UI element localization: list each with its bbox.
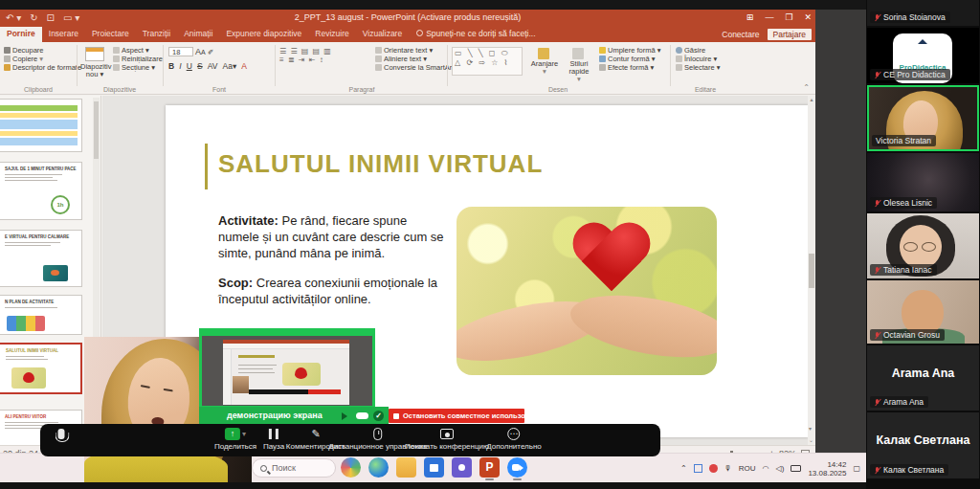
slide-thumbnail-1[interactable] (0, 99, 82, 152)
participant-tile-kalak[interactable]: Калак Светлана Калак Светлана (867, 412, 979, 478)
shrink-font-icon[interactable]: A (201, 49, 206, 56)
timer-icon: 1h (51, 195, 70, 214)
participant-tile-olesea[interactable]: Olesea Lisnic (867, 153, 979, 211)
slide-body-text[interactable]: Activitate: Pe rând, fiecare spune numel… (218, 212, 450, 321)
more-button[interactable]: ⋯ Дополнительно (486, 427, 542, 451)
tab-pornire[interactable]: Pornire (0, 27, 42, 42)
share-preview-window[interactable] (199, 328, 375, 409)
align-text-icon (375, 56, 382, 62)
italic-button[interactable]: I (179, 62, 181, 71)
slides-group: Aspect ▾ Reinițializare Secțiune ▾ (113, 46, 163, 72)
find-button[interactable]: Găsire (676, 46, 721, 55)
recording-icon[interactable] (709, 464, 718, 473)
slide-thumbnail-4[interactable]: N PLAN DE ACTIVITATE (0, 295, 82, 335)
new-slide-button[interactable]: Diapozitiv nou ▾ (80, 47, 109, 78)
reset-button[interactable]: Reinițializare (113, 55, 163, 63)
font-size-input[interactable]: 18 (168, 47, 193, 56)
share-button[interactable]: Partajare (768, 29, 813, 40)
participant-tile-victoria-active-speaker[interactable]: Victoria Stratan (867, 85, 979, 151)
tab-expunere-diapozitive[interactable]: Expunere diapozitive (219, 27, 308, 42)
tab-revizuire[interactable]: Revizuire (308, 27, 355, 42)
redo-icon[interactable]: ↻ (30, 11, 37, 25)
store-icon[interactable] (424, 457, 444, 478)
tray-chevron-icon[interactable]: ⌃ (680, 464, 687, 473)
underline-button[interactable]: U (187, 62, 192, 71)
show-conference-button[interactable]: Показать конференцию (405, 427, 489, 451)
search-placeholder: Поиск (272, 463, 296, 473)
edge-browser-icon[interactable] (368, 457, 389, 478)
slide-thumbnail-2[interactable]: SAJUL DE 1 MINUT PENTRU PACE 1h (0, 162, 82, 220)
clear-format-icon[interactable]: ✐ (208, 48, 213, 56)
section-button[interactable]: Secțiune ▾ (113, 63, 163, 72)
strikethrough-button[interactable]: S (197, 62, 203, 71)
font-color-icon[interactable]: A (241, 62, 247, 71)
share-screen-button[interactable]: ↑▾ Поделиться (214, 427, 256, 451)
restore-button[interactable]: ❐ (785, 11, 792, 24)
share-chevron-icon[interactable]: ▾ (242, 430, 246, 438)
select-button[interactable]: Selectare ▾ (676, 63, 721, 72)
slide-title[interactable]: SALUTUL INIMII VIRTUAL (218, 149, 543, 179)
text-direction-icon (375, 47, 382, 54)
paragraph-icons[interactable]: ☰ ☰ ▤ ▤ ▥≡ ≣ ⇥ ⇤ ↕ (279, 47, 373, 64)
taskbar-search[interactable]: Поиск (252, 458, 336, 478)
start-slideshow-icon[interactable]: ⊡ (47, 11, 55, 25)
cut-button[interactable]: Decupare (4, 46, 81, 55)
mute-button[interactable] (58, 427, 65, 442)
shape-outline-button[interactable]: Contur formă ▾ (599, 55, 660, 63)
tab-proiectare[interactable]: Proiectare (85, 27, 136, 42)
language-indicator[interactable]: ROU (739, 464, 756, 473)
share-audio-icon[interactable] (342, 412, 351, 420)
shapes-gallery[interactable]: ▭ ╲ ╲ ◻ ⬭△ ⟳ ⇨ ☆ ⌇ (452, 47, 523, 76)
character-spacing-icon[interactable]: AV (208, 62, 218, 71)
cloud-icon[interactable] (356, 412, 368, 419)
participant-tile-ce-pro-didactica[interactable]: ProDidactica CE Pro Didactica (867, 28, 979, 83)
close-button[interactable]: ✕ (804, 11, 812, 24)
arrange-button[interactable]: Aranjare▾ (528, 48, 561, 76)
thumbnails-scrollbar-thumb[interactable] (94, 101, 99, 159)
widgets-icon[interactable] (341, 457, 361, 478)
pause-share-button[interactable]: Пауза (263, 427, 284, 451)
undo-icon[interactable]: ↶ ▾ (6, 11, 21, 25)
tab-inserare[interactable]: Inserare (42, 27, 85, 42)
bold-button[interactable]: B (168, 62, 174, 71)
quick-styles-button[interactable]: Stiluri rapide▾ (563, 48, 595, 83)
battery-icon[interactable] (791, 465, 801, 472)
shape-effects-button[interactable]: Efecte formă ▾ (599, 63, 660, 72)
vertical-scrollbar-thumb[interactable] (809, 254, 814, 288)
onedrive-icon[interactable] (694, 464, 702, 473)
screen: 2_PPT_13 august - PowerPoint (Activare p… (0, 0, 980, 489)
replace-button[interactable]: Înlocuire ▾ (676, 55, 721, 63)
layout-button[interactable]: Aspect ▾ (113, 46, 163, 55)
zoom-app-icon[interactable] (507, 457, 527, 478)
slide-thumbnail-3[interactable]: E VIRTUAL PENTRU CALMARE (0, 230, 82, 287)
slide-thumbnail-5-selected[interactable]: SALUTUL INIMII VIRTUAL (0, 343, 82, 394)
minimize-button[interactable]: — (765, 11, 773, 24)
tray-mic-icon[interactable]: 🎙 (724, 464, 732, 473)
powerpoint-taskbar-icon[interactable]: P (479, 457, 500, 478)
clock[interactable]: 14:42 13.08.2025 (808, 460, 846, 478)
shape-fill-button[interactable]: Umplere formă ▾ (599, 46, 660, 55)
ribbon-options-icon[interactable]: ⊞ (746, 11, 754, 24)
participant-tile-octavian[interactable]: Octavian Grosu (867, 280, 979, 344)
teams-icon[interactable] (452, 457, 472, 478)
notifications-icon[interactable]: ▢ (853, 464, 860, 473)
file-explorer-icon[interactable] (396, 457, 416, 478)
collapse-ribbon-icon[interactable]: ⌃ (803, 83, 810, 92)
participant-tile-tatiana[interactable]: Tatiana Ianac (867, 213, 979, 278)
stop-share-button[interactable]: Остановить совместное использование (389, 409, 524, 423)
format-painter-button[interactable]: Descriptor de formate (4, 63, 81, 72)
volume-icon[interactable]: ◁) (776, 464, 785, 473)
tab-tranzitii[interactable]: Tranziții (136, 27, 177, 42)
participant-tile-sorina[interactable]: Sorina Stoianova (867, 0, 979, 26)
sign-in-link[interactable]: Conectare (722, 30, 759, 39)
change-case-icon[interactable]: Aa▾ (223, 62, 237, 71)
tab-vizualizare[interactable]: Vizualizare (356, 27, 409, 42)
copy-button[interactable]: Copiere ▾ (4, 55, 81, 63)
customize-qat-icon[interactable]: ▭ ▾ (63, 11, 79, 25)
tab-animatii[interactable]: Animații (177, 27, 219, 42)
heart-hands-image[interactable] (457, 207, 717, 375)
quick-access-toolbar: ↶ ▾ ↻ ⊡ ▭ ▾ (6, 11, 79, 25)
tell-me-box[interactable]: Spuneți-ne ce doriți să faceți... (409, 27, 543, 42)
wifi-icon[interactable]: ◠ (763, 464, 769, 473)
participant-tile-arama[interactable]: Arama Ana Arama Ana (867, 345, 979, 411)
